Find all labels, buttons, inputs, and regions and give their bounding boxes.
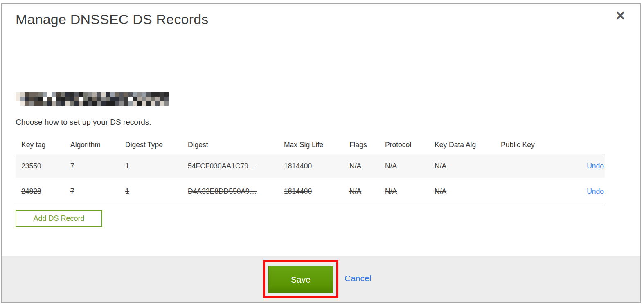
- redaction-pixel: [88, 92, 92, 97]
- redaction-pixel: [155, 92, 160, 97]
- redaction-pixel: [16, 101, 20, 106]
- redaction-pixel: [16, 92, 20, 97]
- redaction-pixel: [146, 92, 151, 97]
- redaction-pixel: [128, 101, 133, 106]
- redaction-pixel: [25, 101, 29, 106]
- cell-digest-type: 1: [125, 162, 188, 170]
- redaction-pixel: [151, 92, 155, 97]
- modal-title: Manage DNSSEC DS Records: [16, 11, 209, 27]
- redaction-pixel: [70, 101, 74, 106]
- redaction-pixel: [128, 92, 133, 97]
- redaction-pixel: [74, 97, 79, 101]
- redaction-pixel: [52, 101, 56, 106]
- cell-digest-type: 1: [125, 187, 188, 196]
- redaction-pixel: [101, 101, 106, 106]
- background-text-fragment: b: [641, 40, 644, 52]
- manage-dnssec-modal: Manage DNSSEC DS Records ✕ Choose how to…: [1, 3, 641, 303]
- redaction-pixel: [79, 92, 83, 97]
- add-ds-record-button[interactable]: Add DS Record: [16, 210, 102, 227]
- redaction-pixel: [115, 92, 119, 97]
- redaction-pixel: [88, 101, 92, 106]
- redaction-pixel: [115, 101, 119, 106]
- cell-flags: N/A: [349, 187, 385, 196]
- redaction-pixel: [61, 101, 65, 106]
- redaction-pixel: [43, 101, 47, 106]
- redaction-pixel: [146, 97, 151, 101]
- redaction-pixel: [128, 97, 133, 101]
- redaction-pixel: [155, 101, 160, 106]
- redaction-pixel: [56, 101, 61, 106]
- redaction-pixel: [29, 97, 34, 101]
- redaction-pixel: [137, 92, 142, 97]
- redaction-pixel: [25, 92, 29, 97]
- col-header-digest: Digest: [188, 141, 284, 149]
- redaction-pixel: [88, 97, 92, 101]
- table-row: 23550 7 1 54FCF030AA1C79… 1814400 N/A N/…: [16, 154, 605, 178]
- col-header-key-tag: Key tag: [21, 141, 70, 149]
- col-header-algorithm: Algorithm: [70, 141, 125, 149]
- redaction-pixel: [38, 92, 43, 97]
- save-button[interactable]: Save: [268, 266, 333, 293]
- cell-algorithm: 7: [70, 187, 125, 196]
- redaction-pixel: [110, 92, 115, 97]
- background-text-fragment: b: [641, 85, 644, 96]
- redaction-pixel: [65, 97, 70, 101]
- redaction-pixel: [61, 92, 65, 97]
- redaction-pixel: [115, 97, 119, 101]
- redaction-pixel: [106, 101, 110, 106]
- redaction-pixel: [119, 92, 124, 97]
- undo-link[interactable]: Undo: [587, 187, 604, 195]
- redacted-domain-name: [16, 92, 169, 106]
- redaction-pixel: [56, 92, 61, 97]
- redaction-pixel: [164, 97, 169, 101]
- redaction-pixel: [97, 101, 101, 106]
- ds-records-table: Key tag Algorithm Digest Type Digest Max…: [16, 136, 605, 205]
- redaction-pixel: [106, 92, 110, 97]
- background-text-fragment: d: [641, 18, 644, 29]
- cell-digest: D4A33E8DD550A9…: [188, 187, 284, 196]
- redaction-pixel: [29, 101, 34, 106]
- col-header-key-data-alg: Key Data Alg: [435, 141, 501, 149]
- redaction-pixel: [61, 97, 65, 101]
- background-text-fragment: b: [641, 63, 644, 74]
- redaction-pixel: [20, 92, 25, 97]
- annotation-highlight-box: Save: [263, 260, 338, 298]
- redaction-pixel: [97, 97, 101, 101]
- col-header-flags: Flags: [349, 141, 385, 149]
- undo-link[interactable]: Undo: [587, 162, 604, 170]
- close-icon[interactable]: ✕: [615, 10, 626, 22]
- redaction-pixel: [92, 92, 97, 97]
- redaction-pixel: [83, 101, 88, 106]
- redaction-pixel: [160, 92, 164, 97]
- cell-algorithm: 7: [70, 162, 125, 170]
- redaction-pixel: [34, 92, 38, 97]
- background-text-fragment: b: [641, 107, 644, 118]
- redaction-pixel: [52, 97, 56, 101]
- modal-footer: Save Cancel: [2, 256, 640, 302]
- redaction-pixel: [137, 97, 142, 101]
- redaction-pixel: [146, 101, 151, 106]
- background-text-fragment: C: [641, 74, 644, 85]
- col-header-max-sig-life: Max Sig Life: [284, 141, 349, 149]
- instruction-text: Choose how to set up your DS records.: [16, 118, 151, 127]
- cell-key-tag: 24828: [21, 187, 70, 196]
- redaction-pixel: [151, 97, 155, 101]
- cell-protocol: N/A: [385, 187, 435, 196]
- table-header-row: Key tag Algorithm Digest Type Digest Max…: [16, 136, 605, 154]
- background-page-edge: sdNbLbCbEb: [641, 7, 644, 294]
- background-text-fragment: E: [641, 96, 644, 107]
- redaction-pixel: [83, 92, 88, 97]
- redaction-pixel: [74, 92, 79, 97]
- redaction-pixel: [160, 101, 164, 106]
- redaction-pixel: [142, 101, 146, 106]
- redaction-pixel: [119, 97, 124, 101]
- background-text-fragment: s: [641, 7, 644, 18]
- redaction-pixel: [92, 101, 97, 106]
- redaction-pixel: [79, 97, 83, 101]
- col-header-protocol: Protocol: [385, 141, 435, 149]
- cancel-link[interactable]: Cancel: [345, 274, 371, 283]
- redaction-pixel: [124, 92, 128, 97]
- redaction-pixel: [124, 101, 128, 106]
- redaction-pixel: [119, 101, 124, 106]
- redaction-pixel: [164, 101, 169, 106]
